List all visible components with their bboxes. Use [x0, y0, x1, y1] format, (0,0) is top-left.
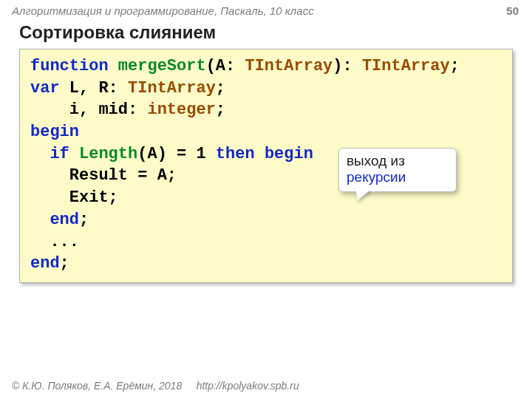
callout-line1: выход из	[347, 153, 405, 168]
callout-line2: рекурсии	[347, 169, 406, 185]
code-line-3: i, mid: integer;	[30, 99, 502, 121]
code-line-9: ...	[30, 231, 502, 253]
code-line-8: end;	[30, 209, 502, 231]
slide-title: Сортировка слиянием	[19, 22, 216, 43]
footer-link[interactable]: http://kpolyakov.spb.ru	[197, 380, 299, 392]
code-line-2: var L, R: TIntArray;	[30, 78, 502, 100]
code-line-1: function mergeSort(A: TIntArray): TIntAr…	[30, 55, 502, 78]
footer: © К.Ю. Поляков, Е.А. Ерёмин, 2018 http:/…	[12, 380, 299, 392]
course-header: Алгоритмизация и программирование, Паска…	[12, 4, 520, 17]
code-line-10: end;	[30, 253, 502, 275]
page-number: 50	[506, 4, 519, 17]
footer-copyright: © К.Ю. Поляков, Е.А. Ерёмин, 2018	[12, 380, 182, 392]
callout-recursion-exit: выход из рекурсии	[338, 148, 457, 192]
code-line-4: begin	[30, 121, 502, 143]
